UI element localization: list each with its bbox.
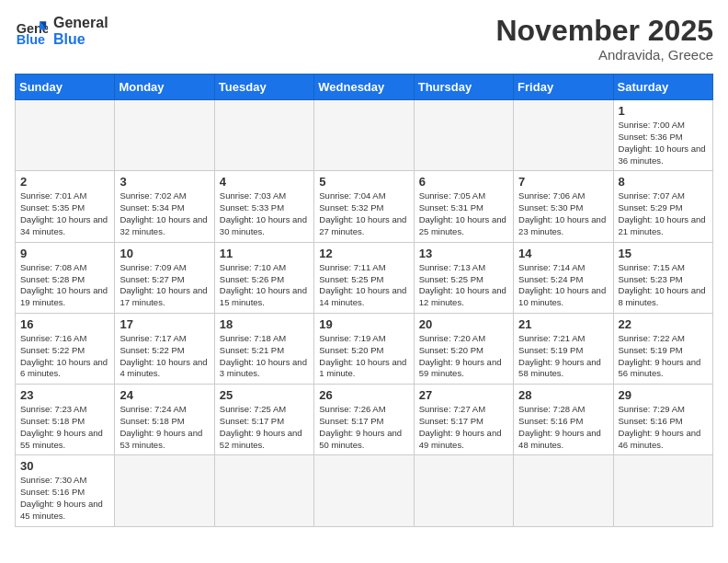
day-12: 12 Sunrise: 7:11 AMSunset: 5:25 PMDaylig… [314, 242, 414, 313]
week-row-6: 30 Sunrise: 7:30 AMSunset: 5:16 PMDaylig… [16, 455, 713, 526]
day-6: 6 Sunrise: 7:05 AMSunset: 5:31 PMDayligh… [414, 171, 513, 242]
day-20: 20 Sunrise: 7:20 AMSunset: 5:20 PMDaylig… [414, 313, 513, 384]
logo-general-text: General [53, 15, 108, 31]
header-tuesday: Tuesday [214, 75, 313, 100]
day-13: 13 Sunrise: 7:13 AMSunset: 5:25 PMDaylig… [414, 242, 513, 313]
day-5: 5 Sunrise: 7:04 AMSunset: 5:32 PMDayligh… [314, 171, 414, 242]
day-7: 7 Sunrise: 7:06 AMSunset: 5:30 PMDayligh… [514, 171, 613, 242]
empty-cell [16, 100, 115, 171]
day-26: 26 Sunrise: 7:26 AMSunset: 5:17 PMDaylig… [314, 385, 414, 455]
empty-cell [214, 100, 313, 171]
day-24: 24 Sunrise: 7:24 AMSunset: 5:18 PMDaylig… [115, 385, 214, 455]
calendar-table: Sunday Monday Tuesday Wednesday Thursday… [15, 74, 713, 527]
empty-cell [514, 455, 613, 526]
week-row-2: 2 Sunrise: 7:01 AMSunset: 5:35 PMDayligh… [16, 171, 713, 242]
empty-cell [115, 100, 214, 171]
sunrise-1: Sunrise: 7:00 AM [619, 120, 685, 130]
week-row-4: 16 Sunrise: 7:16 AMSunset: 5:22 PMDaylig… [16, 313, 713, 384]
weekday-header-row: Sunday Monday Tuesday Wednesday Thursday… [16, 75, 713, 100]
empty-cell [314, 100, 414, 171]
day-17: 17 Sunrise: 7:17 AMSunset: 5:22 PMDaylig… [115, 313, 214, 384]
day-8: 8 Sunrise: 7:07 AMSunset: 5:29 PMDayligh… [613, 171, 712, 242]
sunset-1: Sunset: 5:36 PM [619, 132, 683, 142]
empty-cell [314, 455, 414, 526]
day-11: 11 Sunrise: 7:10 AMSunset: 5:26 PMDaylig… [214, 242, 313, 313]
empty-cell [214, 455, 313, 526]
header-thursday: Thursday [414, 75, 513, 100]
header-sunday: Sunday [16, 75, 115, 100]
day-30: 30 Sunrise: 7:30 AMSunset: 5:16 PMDaylig… [16, 455, 115, 526]
day-29: 29 Sunrise: 7:29 AMSunset: 5:16 PMDaylig… [613, 385, 712, 455]
day-18: 18 Sunrise: 7:18 AMSunset: 5:21 PMDaylig… [214, 313, 313, 384]
empty-cell [414, 455, 513, 526]
page-header: General Blue General Blue November 2025 … [15, 15, 713, 63]
month-title: November 2025 [495, 15, 713, 47]
empty-cell [115, 455, 214, 526]
header-saturday: Saturday [613, 75, 712, 100]
week-row-5: 23 Sunrise: 7:23 AMSunset: 5:18 PMDaylig… [16, 385, 713, 455]
daylight-1: Daylight: 10 hours and 36 minutes. [619, 144, 706, 166]
logo: General Blue General Blue [15, 15, 108, 48]
day-info-1: Sunrise: 7:00 AM Sunset: 5:36 PM Dayligh… [619, 120, 708, 167]
header-friday: Friday [514, 75, 613, 100]
day-28: 28 Sunrise: 7:28 AMSunset: 5:16 PMDaylig… [514, 385, 613, 455]
header-monday: Monday [115, 75, 214, 100]
day-4: 4 Sunrise: 7:03 AMSunset: 5:33 PMDayligh… [214, 171, 313, 242]
day-19: 19 Sunrise: 7:19 AMSunset: 5:20 PMDaylig… [314, 313, 414, 384]
empty-cell [613, 455, 712, 526]
day-2: 2 Sunrise: 7:01 AMSunset: 5:35 PMDayligh… [16, 171, 115, 242]
day-23: 23 Sunrise: 7:23 AMSunset: 5:18 PMDaylig… [16, 385, 115, 455]
day-number-1: 1 [619, 104, 708, 118]
logo-icon: General Blue [15, 15, 48, 48]
day-22: 22 Sunrise: 7:22 AMSunset: 5:19 PMDaylig… [613, 313, 712, 384]
day-25: 25 Sunrise: 7:25 AMSunset: 5:17 PMDaylig… [214, 385, 313, 455]
day-16: 16 Sunrise: 7:16 AMSunset: 5:22 PMDaylig… [16, 313, 115, 384]
header-wednesday: Wednesday [314, 75, 414, 100]
day-9: 9 Sunrise: 7:08 AMSunset: 5:28 PMDayligh… [16, 242, 115, 313]
day-10: 10 Sunrise: 7:09 AMSunset: 5:27 PMDaylig… [115, 242, 214, 313]
location: Andravida, Greece [495, 47, 713, 63]
day-14: 14 Sunrise: 7:14 AMSunset: 5:24 PMDaylig… [514, 242, 613, 313]
empty-cell [414, 100, 513, 171]
day-21: 21 Sunrise: 7:21 AMSunset: 5:19 PMDaylig… [514, 313, 613, 384]
week-row-3: 9 Sunrise: 7:08 AMSunset: 5:28 PMDayligh… [16, 242, 713, 313]
week-row-1: 1 Sunrise: 7:00 AM Sunset: 5:36 PM Dayli… [16, 100, 713, 171]
empty-cell [514, 100, 613, 171]
day-3: 3 Sunrise: 7:02 AMSunset: 5:34 PMDayligh… [115, 171, 214, 242]
day-15: 15 Sunrise: 7:15 AMSunset: 5:23 PMDaylig… [613, 242, 712, 313]
svg-text:Blue: Blue [17, 32, 45, 47]
day-1: 1 Sunrise: 7:00 AM Sunset: 5:36 PM Dayli… [613, 100, 712, 171]
logo-blue-text: Blue [53, 31, 108, 48]
day-27: 27 Sunrise: 7:27 AMSunset: 5:17 PMDaylig… [414, 385, 513, 455]
title-block: November 2025 Andravida, Greece [495, 15, 713, 63]
